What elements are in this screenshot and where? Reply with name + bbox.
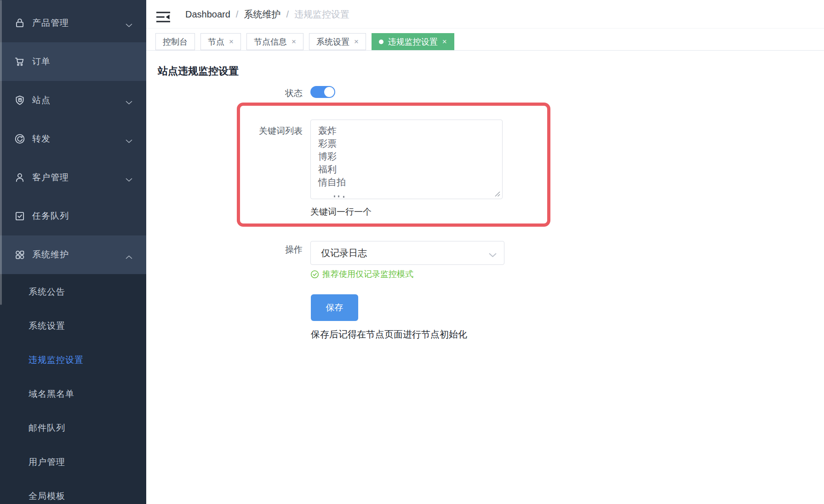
sidebar-item-2[interactable]: 站点 xyxy=(0,81,146,120)
sidebar-item-4[interactable]: 客户管理 xyxy=(0,158,146,197)
clipped-line-artifact xyxy=(334,195,335,197)
breadcrumb-separator: / xyxy=(286,9,289,20)
sidebar-item-label: 客户管理 xyxy=(32,172,69,183)
submenu-item-0[interactable]: 系统公告 xyxy=(0,275,146,309)
breadcrumb-current: 违规监控设置 xyxy=(294,8,349,21)
sidebar-scrollbar[interactable] xyxy=(0,0,2,305)
action-hint-text: 推荐使用仅记录监控模式 xyxy=(322,269,413,280)
forward-icon xyxy=(14,133,26,145)
keyword-line: 轰炸 xyxy=(318,124,495,137)
save-button[interactable]: 保存 xyxy=(311,294,358,321)
toggle-knob xyxy=(324,87,334,97)
sidebar-submenu: 系统公告系统设置违规监控设置域名黑名单邮件队列用户管理全局模板 xyxy=(0,274,146,504)
tab-label: 违规监控设置 xyxy=(388,36,438,47)
keyword-line: 福利 xyxy=(318,163,495,176)
close-icon[interactable]: × xyxy=(292,38,296,46)
tag-view-tab-2[interactable]: 节点信息× xyxy=(246,33,303,50)
sidebar-item-3[interactable]: 转发 xyxy=(0,120,146,158)
submenu-item-2[interactable]: 违规监控设置 xyxy=(0,343,146,377)
keyword-line: 彩票 xyxy=(318,137,495,150)
chevron-down-icon xyxy=(126,137,132,141)
sidebar-item-0[interactable]: 产品管理 xyxy=(0,4,146,42)
submenu-item-5[interactable]: 用户管理 xyxy=(0,445,146,479)
sidebar-item-label: 订单 xyxy=(32,56,51,68)
submenu-item-3[interactable]: 域名黑名单 xyxy=(0,377,146,411)
lock-icon xyxy=(14,17,26,29)
main-content: 站点违规监控设置 状态 关键词列表 轰炸彩票博彩福利情自拍 关键词一行一个 操作… xyxy=(146,51,824,504)
sidebar-item-label: 任务队列 xyxy=(32,210,69,222)
breadcrumb-separator: / xyxy=(236,9,239,20)
close-icon[interactable]: × xyxy=(442,38,447,46)
textarea-resize-handle[interactable] xyxy=(494,191,501,197)
tag-view-tab-3[interactable]: 系统设置× xyxy=(309,33,366,50)
sidebar-item-label: 系统维护 xyxy=(32,249,69,261)
chevron-down-icon xyxy=(126,98,132,103)
tab-label: 节点信息 xyxy=(254,36,287,47)
tag-view-tab-0[interactable]: 控制台 xyxy=(155,33,195,50)
keyword-line: 博彩 xyxy=(318,150,495,163)
sidebar-item-6[interactable]: 系统维护 xyxy=(0,235,146,274)
tag-view-tab-4[interactable]: 违规监控设置× xyxy=(372,33,454,50)
sidebar-item-1[interactable]: 订单 xyxy=(0,42,146,81)
cart-icon xyxy=(14,56,26,68)
sidebar-item-label: 站点 xyxy=(32,94,51,106)
shield-icon xyxy=(14,94,26,106)
tab-label: 节点 xyxy=(208,36,224,47)
user-icon xyxy=(14,172,26,183)
action-select-value: 仅记录日志 xyxy=(321,241,367,264)
circle-check-icon xyxy=(310,270,319,279)
keyword-line: 情自拍 xyxy=(318,176,495,189)
breadcrumb-section[interactable]: 系统维护 xyxy=(244,8,280,21)
save-note: 保存后记得在节点页面进行节点初始化 xyxy=(311,328,467,341)
tag-view-tab-1[interactable]: 节点× xyxy=(200,33,241,50)
close-icon[interactable]: × xyxy=(354,38,359,46)
close-icon[interactable]: × xyxy=(229,38,234,46)
keywords-label: 关键词列表 xyxy=(159,125,303,137)
status-label: 状态 xyxy=(159,87,303,99)
breadcrumb-dashboard[interactable]: Dashboard xyxy=(185,9,230,20)
keywords-hint: 关键词一行一个 xyxy=(310,206,372,218)
chevron-down-icon xyxy=(126,21,132,25)
tab-label: 系统设置 xyxy=(316,36,349,47)
app-root: 产品管理订单站点转发客户管理任务队列系统维护 系统公告系统设置违规监控设置域名黑… xyxy=(0,0,824,504)
keywords-textarea[interactable]: 轰炸彩票博彩福利情自拍 xyxy=(310,120,503,199)
header: Dashboard / 系统维护 / 违规监控设置 xyxy=(146,0,824,29)
submenu-item-6[interactable]: 全局模板 xyxy=(0,479,146,504)
submenu-item-4[interactable]: 邮件队列 xyxy=(0,411,146,445)
tags-view-bar: 控制台节点×节点信息×系统设置×违规监控设置× xyxy=(146,29,824,51)
active-tab-dot xyxy=(379,40,383,44)
sidebar: 产品管理订单站点转发客户管理任务队列系统维护 系统公告系统设置违规监控设置域名黑… xyxy=(0,0,146,504)
status-toggle[interactable] xyxy=(310,86,335,98)
submenu-item-1[interactable]: 系统设置 xyxy=(0,309,146,343)
action-select[interactable]: 仅记录日志 xyxy=(310,241,504,265)
action-hint: 推荐使用仅记录监控模式 xyxy=(310,269,413,280)
grid-icon xyxy=(14,249,26,261)
chevron-up-icon xyxy=(126,253,132,257)
chevron-down-icon xyxy=(126,176,132,180)
sidebar-item-5[interactable]: 任务队列 xyxy=(0,197,146,235)
sidebar-item-label: 产品管理 xyxy=(32,17,69,29)
menu-fold-icon[interactable] xyxy=(156,11,170,23)
page-title: 站点违规监控设置 xyxy=(158,64,239,78)
task-icon xyxy=(14,210,26,222)
tab-label: 控制台 xyxy=(163,36,188,47)
chevron-down-icon xyxy=(489,251,497,256)
breadcrumb: Dashboard / 系统维护 / 违规监控设置 xyxy=(185,0,349,29)
action-label: 操作 xyxy=(159,244,303,256)
sidebar-menu: 产品管理订单站点转发客户管理任务队列系统维护 xyxy=(0,0,146,274)
sidebar-item-label: 转发 xyxy=(32,133,51,145)
